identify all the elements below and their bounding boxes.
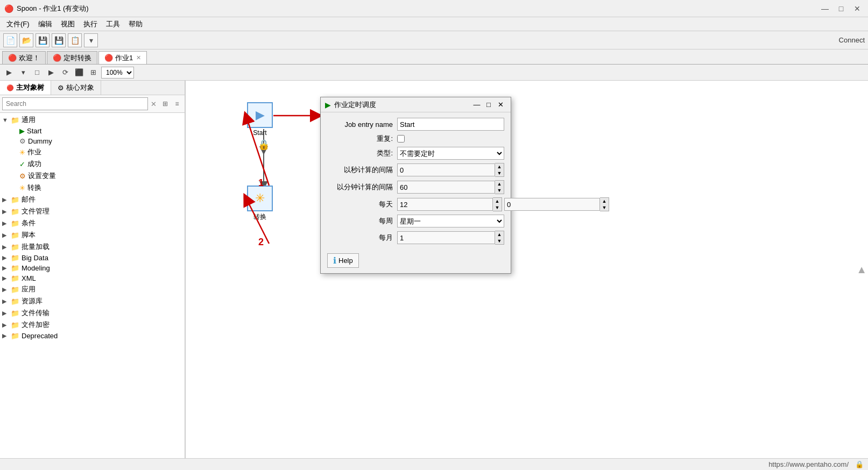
job-icon: ✳	[19, 148, 25, 156]
search-input[interactable]	[2, 97, 148, 110]
type-select[interactable]: 不需要定时 每秒 每分钟 每小时 每天 每周 每月	[397, 147, 504, 160]
tree-item-mail[interactable]: ▶ 📁 邮件	[0, 194, 185, 205]
tree-item-transform[interactable]: ✳ 转换	[0, 182, 185, 194]
title-bar: 🔴 Spoon - 作业1 (有变动) — □ ✕	[0, 0, 868, 17]
minutes-down-btn[interactable]: ▼	[495, 187, 504, 194]
annotation-svg	[186, 81, 868, 458]
daily-hour-btns: ▲ ▼	[493, 197, 502, 211]
daily-hour-up[interactable]: ▲	[493, 198, 502, 204]
tree-item-start[interactable]: ▶ Start	[0, 126, 185, 136]
tab-welcome[interactable]: 🔴 欢迎！	[2, 51, 46, 64]
panel-tab-main[interactable]: 🔴 主对象树	[0, 81, 51, 95]
replay-btn[interactable]: ▶	[45, 67, 57, 79]
job-entry-name-input[interactable]	[397, 118, 504, 131]
dialog-maximize-btn[interactable]: □	[483, 99, 495, 110]
tree-item-filemanage[interactable]: ▶ 📁 文件管理	[0, 205, 185, 217]
weekly-select[interactable]: 星期一 星期二 星期三 星期四 星期五 星期六 星期日	[397, 215, 504, 227]
tree-item-success[interactable]: ✓ 成功	[0, 158, 185, 170]
monthly-down-btn[interactable]: ▼	[495, 238, 504, 244]
folder-fileencrypt-icon: 📁	[11, 321, 19, 329]
start-icon: ▶	[19, 127, 25, 135]
dialog-minimize-btn[interactable]: —	[471, 99, 483, 110]
minutes-up-btn[interactable]: ▲	[495, 181, 504, 187]
maximize-button[interactable]: □	[835, 2, 848, 15]
folder-xml-icon: 📁	[11, 274, 19, 282]
canvas-area[interactable]: ▶ Start 🔒 ✳ 转换	[186, 81, 868, 458]
help-button[interactable]: ℹ Help	[327, 253, 359, 268]
save-button[interactable]: 💾	[36, 33, 50, 47]
log-btn[interactable]: ⬛	[73, 67, 85, 79]
menu-tools[interactable]: 工具	[102, 18, 124, 30]
daily-hour-down[interactable]: ▼	[493, 204, 502, 211]
dialog-close-btn[interactable]: ✕	[495, 99, 506, 110]
menu-file[interactable]: 文件(F)	[2, 18, 34, 30]
search-expand-btn[interactable]: ⊞	[160, 98, 171, 109]
open-button[interactable]: 📂	[19, 33, 33, 47]
tree-item-app[interactable]: ▶ 📁 应用	[0, 283, 185, 295]
tab-job1[interactable]: 🔴 作业1 ✕	[98, 51, 147, 64]
tree-item-filetransfer[interactable]: ▶ 📁 文件传输	[0, 307, 185, 319]
tab-scheduled[interactable]: 🔴 定时转换	[47, 51, 97, 64]
daily-min-down[interactable]: ▼	[600, 204, 609, 211]
tree-item-success-label: 成功	[27, 159, 41, 169]
tree-item-repo[interactable]: ▶ 📁 资源库	[0, 295, 185, 307]
seconds-input[interactable]	[397, 163, 495, 176]
minimize-button[interactable]: —	[818, 2, 831, 15]
tree-item-job[interactable]: ✳ 作业	[0, 146, 185, 158]
folder-filemanage-icon: 📁	[11, 208, 19, 216]
schedule-dialog: ▶ 作业定时调度 — □ ✕ Job entry name 重复:	[320, 97, 511, 274]
minutes-row: 以分钟计算的间隔 ▲ ▼	[327, 180, 504, 194]
tree-item-deprecated[interactable]: ▶ 📁 Deprecated	[0, 331, 185, 341]
minutes-spinner: ▲ ▼	[397, 180, 504, 194]
tree-item-general[interactable]: ▼ 📁 通用	[0, 114, 185, 126]
search-collapse-btn[interactable]: ≡	[172, 98, 182, 109]
new-button[interactable]: 📄	[3, 33, 17, 47]
transform-node-label: 转换	[253, 212, 266, 222]
tree-item-bigdata[interactable]: ▶ 📁 Big Data	[0, 253, 185, 263]
transform-node[interactable]: ✳ 转换	[247, 186, 273, 222]
title-bar-text: Spoon - 作业1 (有变动)	[17, 4, 818, 13]
explore-button[interactable]: 📋	[68, 33, 82, 47]
tree-item-script[interactable]: ▶ 📁 脚本	[0, 229, 185, 241]
grid-btn[interactable]: ⊞	[87, 67, 99, 79]
menu-edit[interactable]: 编辑	[34, 18, 57, 30]
tab-job1-close[interactable]: ✕	[136, 54, 141, 61]
dropdown-button[interactable]: ▾	[84, 33, 98, 47]
tree-item-fileencrypt[interactable]: ▶ 📁 文件加密	[0, 319, 185, 331]
zoom-select[interactable]: 100% 75% 125% 150%	[101, 67, 134, 79]
daily-min-up[interactable]: ▲	[600, 198, 609, 204]
seconds-down-btn[interactable]: ▼	[495, 170, 504, 176]
tree-item-condition[interactable]: ▶ 📁 条件	[0, 217, 185, 229]
tree-item-bulkload-label: 批量加载	[22, 242, 50, 252]
tab-welcome-icon: 🔴	[8, 54, 17, 62]
run-btn[interactable]: ▶	[3, 67, 15, 79]
menu-help[interactable]: 帮助	[124, 18, 147, 30]
tree-item-xml[interactable]: ▶ 📁 XML	[0, 273, 185, 283]
tree-item-bulkload[interactable]: ▶ 📁 批量加载	[0, 241, 185, 253]
refresh-btn[interactable]: ⟳	[59, 67, 71, 79]
tree-item-modeling[interactable]: ▶ 📁 Modeling	[0, 263, 185, 273]
panel-tab-core[interactable]: ⚙ 核心对象	[51, 81, 101, 95]
menu-view[interactable]: 视图	[57, 18, 79, 30]
monthly-up-btn[interactable]: ▲	[495, 231, 504, 238]
tree-item-setvariable[interactable]: ⚙ 设置变量	[0, 170, 185, 182]
tree-item-dummy[interactable]: ⚙ Dummy	[0, 136, 185, 146]
minutes-input[interactable]	[397, 181, 495, 194]
daily-min-input[interactable]	[504, 198, 600, 211]
menu-run[interactable]: 执行	[79, 18, 102, 30]
seconds-up-btn[interactable]: ▲	[495, 163, 504, 170]
monthly-input[interactable]	[397, 231, 495, 244]
seconds-spinner-btns: ▲ ▼	[495, 163, 504, 177]
dialog-title-text: 作业定时调度	[334, 100, 471, 110]
daily-hour-input[interactable]	[397, 198, 493, 211]
repeat-checkbox[interactable]	[397, 135, 405, 143]
stop-btn[interactable]: □	[31, 67, 43, 79]
start-node[interactable]: ▶ Start	[247, 102, 273, 137]
connect-button[interactable]: Connect	[839, 36, 865, 44]
search-clear-button[interactable]: ✕	[148, 98, 159, 109]
folder-bulkload-icon: 📁	[11, 243, 19, 251]
type-label: 类型:	[327, 148, 397, 158]
close-button[interactable]: ✕	[851, 2, 864, 15]
saveas-button[interactable]: 💾	[52, 33, 66, 47]
run-dropdown-btn[interactable]: ▾	[17, 67, 29, 79]
